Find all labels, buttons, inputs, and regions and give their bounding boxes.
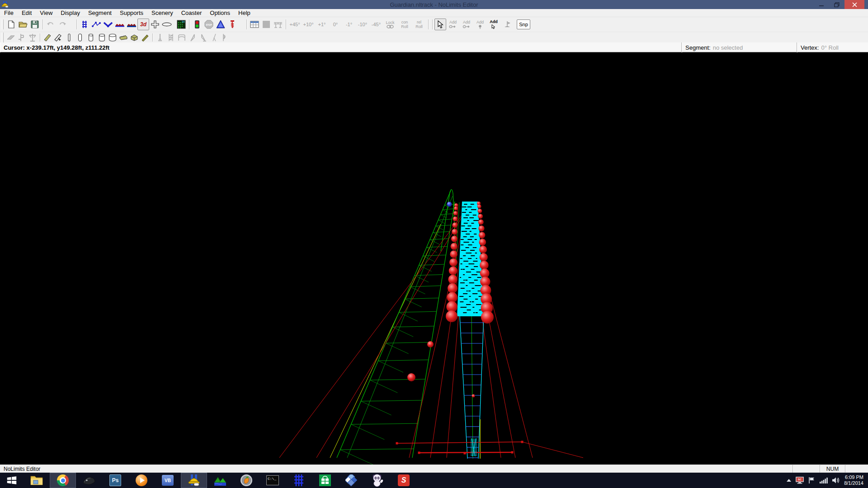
support-bracket-a-button[interactable] — [16, 33, 27, 42]
menu-supports[interactable]: Supports — [116, 9, 147, 17]
add-segment-button[interactable]: Add — [446, 19, 460, 30]
grid-table-button[interactable] — [249, 19, 260, 30]
rotate-plus45-button[interactable]: +45° — [288, 19, 302, 30]
angle-support-a-button[interactable] — [187, 33, 198, 42]
menu-view[interactable]: View — [36, 9, 57, 17]
taskbar-windows-store[interactable] — [312, 473, 338, 488]
undo-button[interactable] — [45, 19, 57, 30]
vertex-sphere[interactable] — [453, 216, 458, 221]
vertex-sphere[interactable] — [448, 283, 458, 293]
pan-cross-button[interactable] — [149, 19, 161, 30]
vertex-sphere[interactable] — [407, 373, 415, 381]
volume-tray[interactable] — [832, 477, 840, 484]
add-vertex-button[interactable]: Add — [487, 19, 500, 30]
vertex-sphere[interactable] — [454, 203, 458, 207]
restore-button[interactable] — [829, 0, 844, 9]
vertex-sphere[interactable] — [472, 394, 475, 398]
box-beam-button[interactable] — [118, 33, 129, 42]
taskbar-rct-puzzle-app[interactable] — [338, 473, 364, 488]
cylinder-small-button[interactable] — [85, 33, 96, 42]
vertex-sphere[interactable] — [427, 341, 434, 347]
redo-button[interactable] — [57, 19, 68, 30]
rotate-plus10-button[interactable]: +10° — [302, 19, 315, 30]
screw-button[interactable] — [226, 19, 238, 30]
rel-roll-button[interactable]: rel Roll — [412, 19, 426, 30]
lock-roll-button[interactable]: Lock — [383, 19, 397, 30]
taskbar-photoshop[interactable]: Ps — [102, 473, 128, 488]
vertex-sphere[interactable] — [479, 246, 487, 253]
vertex-sphere[interactable] — [447, 292, 458, 303]
add-connection-button[interactable]: Add — [460, 19, 473, 30]
cylinder-large-button[interactable] — [107, 33, 118, 42]
menu-segment[interactable]: Segment — [84, 9, 116, 17]
tube-thin-button[interactable] — [64, 33, 75, 42]
menu-help[interactable]: Help — [234, 9, 255, 17]
vertex-sphere[interactable] — [477, 204, 481, 208]
taskbar-terrain-app[interactable] — [207, 473, 233, 488]
vertex-sphere[interactable] — [477, 209, 482, 213]
support-track-button[interactable] — [272, 19, 284, 30]
box-3d-button[interactable] — [129, 33, 140, 42]
simulation-go-button[interactable] — [191, 19, 203, 30]
rotate-minus45-button[interactable]: -45° — [369, 19, 383, 30]
ellipse-button[interactable] — [161, 19, 173, 30]
start-button[interactable] — [0, 473, 24, 488]
save-button[interactable] — [29, 19, 41, 30]
viewport-3d[interactable] — [0, 52, 868, 465]
vertex-sphere[interactable] — [479, 232, 485, 238]
add-tree-button[interactable]: Add — [473, 19, 487, 30]
new-button[interactable] — [5, 19, 17, 30]
rotate-minus1-button[interactable]: -1° — [342, 19, 356, 30]
taskbar-fl-studio[interactable] — [233, 473, 259, 488]
vertex-sphere[interactable] — [451, 236, 458, 242]
vertex-sphere[interactable] — [480, 261, 489, 270]
open-button[interactable] — [17, 19, 29, 30]
rotate-minus10-button[interactable]: -10° — [356, 19, 369, 30]
taskbar-tricorn-hat-app[interactable] — [76, 473, 102, 488]
truss-button[interactable] — [165, 33, 176, 42]
taskbar-track-app[interactable] — [286, 473, 312, 488]
vertex-sphere[interactable] — [449, 267, 458, 275]
vertex-sphere[interactable] — [454, 206, 458, 211]
fill-square-button[interactable] — [260, 19, 272, 30]
taskbar-visual-basic[interactable]: VB — [155, 473, 181, 488]
vertex-sphere[interactable] — [448, 275, 458, 284]
vertex-sphere[interactable] — [480, 268, 490, 278]
taskbar-clock[interactable]: 6:09 PM 8/1/2014 — [844, 474, 863, 486]
beam-solid-button[interactable] — [140, 33, 151, 42]
vertex-sphere[interactable] — [478, 225, 484, 231]
minimize-button[interactable] — [814, 0, 829, 9]
menu-options[interactable]: Options — [206, 9, 234, 17]
track-view-button[interactable] — [79, 19, 90, 30]
vertex-sphere[interactable] — [446, 310, 458, 322]
vertex-view-button[interactable] — [90, 19, 102, 30]
add-support-button[interactable] — [500, 19, 514, 30]
wing-support-button[interactable] — [220, 33, 231, 42]
menu-display[interactable]: Display — [57, 9, 84, 17]
vertex-sphere[interactable] — [478, 214, 483, 219]
taskbar-command-prompt[interactable]: C:\_ — [259, 473, 286, 488]
vertex-sphere[interactable] — [452, 222, 458, 228]
taskbar-sketchup[interactable]: S — [391, 473, 417, 488]
vertex-sphere[interactable] — [453, 211, 458, 216]
train-blue-button[interactable] — [126, 19, 137, 30]
pyramid-button[interactable] — [215, 19, 226, 30]
support-bracket-b-button[interactable] — [27, 33, 38, 42]
beam-diagonal-button[interactable] — [42, 33, 53, 42]
grid-3d-button[interactable]: 3d — [175, 19, 187, 30]
vertex-sphere[interactable] — [451, 243, 458, 250]
menu-scenery[interactable]: Scenery — [147, 9, 177, 17]
taskbar-panda-app[interactable] — [364, 473, 391, 488]
vertex-sphere[interactable] — [478, 220, 484, 225]
vertex-sphere[interactable] — [452, 229, 458, 235]
taskbar-nolimits-editor[interactable] — [181, 473, 207, 488]
rotate-plus1-button[interactable]: +1° — [315, 19, 329, 30]
vertex-sphere[interactable] — [447, 202, 452, 207]
taskbar-file-explorer[interactable] — [24, 473, 50, 488]
angle-support-b-button[interactable] — [198, 33, 209, 42]
vertex-sphere[interactable] — [479, 239, 486, 246]
hidden-icons-chevron[interactable] — [787, 479, 791, 482]
ramp-button[interactable] — [5, 33, 16, 42]
action-center-flag[interactable] — [808, 477, 816, 484]
angle-thin-button[interactable] — [209, 33, 220, 42]
